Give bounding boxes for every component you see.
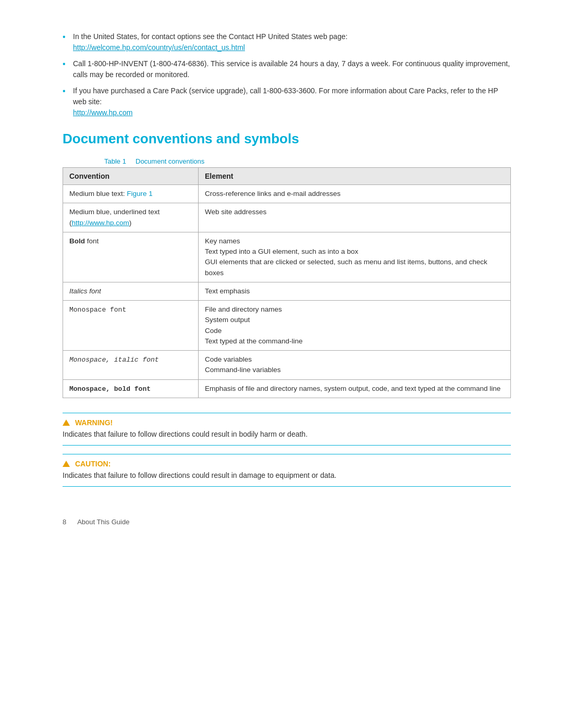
convention-cell-5: Monospace font (63, 301, 199, 351)
table-label: Table 1 Document conventions (104, 157, 511, 165)
element-text-2a: Web site addresses (205, 208, 266, 216)
italics-font-label: Italics font (69, 287, 101, 295)
element-text-5d: Text typed at the command-line (205, 337, 303, 345)
warning-label-text: WARNING! (75, 418, 113, 427)
caution-label-text: CAUTION: (75, 460, 111, 468)
bullet-text-1: In the United States, for contact option… (73, 32, 348, 41)
element-text-3b: Text typed into a GUI element, such as i… (205, 248, 358, 255)
footer-section-label: About This Guide (77, 518, 129, 526)
convention-cell-2: Medium blue, underlined text (http://www… (63, 203, 199, 232)
table-row: Monospace font File and directory names … (63, 301, 511, 351)
element-cell-2: Web site addresses (199, 203, 511, 232)
caution-box: CAUTION: Indicates that failure to follo… (63, 454, 511, 487)
element-text-3c: GUI elements that are clicked or selecte… (205, 258, 487, 276)
table-row: Medium blue, underlined text (http://www… (63, 203, 511, 232)
figure1-link[interactable]: Figure 1 (127, 190, 153, 198)
table-row: Medium blue text: Figure 1 Cross-referen… (63, 185, 511, 203)
bullet-text-3: If you have purchased a Care Pack (servi… (73, 87, 498, 106)
element-text-6a: Code variables (205, 355, 252, 363)
col-element-header: Element (199, 168, 511, 185)
element-cell-3: Key names Text typed into a GUI element,… (199, 232, 511, 282)
monospace-font-label: Monospace font (69, 306, 126, 314)
monospace-italic-label: Monospace, italic font (69, 356, 159, 364)
caution-label: CAUTION: (63, 460, 511, 468)
conventions-table: Convention Element Medium blue text: Fig… (63, 167, 511, 398)
bold-font-label: Bold (69, 237, 85, 245)
page-footer: 8 About This Guide (63, 518, 511, 526)
bullet-item-3: If you have purchased a Care Pack (servi… (63, 85, 511, 118)
caution-text: Indicates that failure to follow directi… (63, 470, 511, 481)
col-convention-header: Convention (63, 168, 199, 185)
element-cell-1: Cross-reference links and e-mail address… (199, 185, 511, 203)
intro-bullet-list: In the United States, for contact option… (63, 31, 511, 118)
hp-contact-link[interactable]: http://welcome.hp.com/country/us/en/cont… (73, 43, 245, 52)
section-heading: Document conventions and symbols (63, 131, 511, 147)
caution-triangle-icon (63, 461, 70, 467)
convention-cell-7: Monospace, bold font (63, 379, 199, 398)
element-cell-6: Code variables Command-line variables (199, 351, 511, 380)
table-row: Monospace, bold font Emphasis of file an… (63, 379, 511, 398)
monospace-bold-label: Monospace, bold font (69, 385, 151, 393)
element-text-1a: Cross-reference links and e-mail address… (205, 190, 340, 198)
table-header-row: Convention Element (63, 168, 511, 185)
warning-text: Indicates that failure to follow directi… (63, 429, 511, 440)
convention-cell-1: Medium blue text: Figure 1 (63, 185, 199, 203)
convention-cell-6: Monospace, italic font (63, 351, 199, 380)
element-text-6b: Command-line variables (205, 366, 281, 374)
footer-page-number: 8 (63, 518, 66, 526)
table-word: Table (104, 157, 120, 165)
hp-table-link[interactable]: http://www.hp.com (72, 219, 129, 227)
table-title: Document conventions (136, 157, 204, 165)
table-row: Italics font Text emphasis (63, 282, 511, 300)
element-text-4a: Text emphasis (205, 287, 250, 295)
bullet-item-1: In the United States, for contact option… (63, 31, 511, 53)
element-cell-7: Emphasis of file and directory names, sy… (199, 379, 511, 398)
element-cell-5: File and directory names System output C… (199, 301, 511, 351)
bullet-item-2: Call 1-800-HP-INVENT (1-800-474-6836). T… (63, 58, 511, 80)
element-text-5b: System output (205, 316, 250, 324)
element-text-5a: File and directory names (205, 305, 282, 313)
warning-box: WARNING! Indicates that failure to follo… (63, 413, 511, 446)
element-cell-4: Text emphasis (199, 282, 511, 300)
table-row: Monospace, italic font Code variables Co… (63, 351, 511, 380)
convention-cell-4: Italics font (63, 282, 199, 300)
warning-label: WARNING! (63, 418, 511, 427)
warning-triangle-icon (63, 419, 70, 426)
element-text-3a: Key names (205, 237, 240, 245)
bullet-text-2: Call 1-800-HP-INVENT (1-800-474-6836). T… (73, 59, 510, 79)
table-num: 1 (123, 157, 126, 165)
table-row: Bold font Key names Text typed into a GU… (63, 232, 511, 282)
element-text-7a: Emphasis of file and directory names, sy… (205, 385, 500, 392)
hp-main-link[interactable]: http://www.hp.com (73, 108, 132, 117)
convention-cell-3: Bold font (63, 232, 199, 282)
element-text-5c: Code (205, 327, 222, 335)
